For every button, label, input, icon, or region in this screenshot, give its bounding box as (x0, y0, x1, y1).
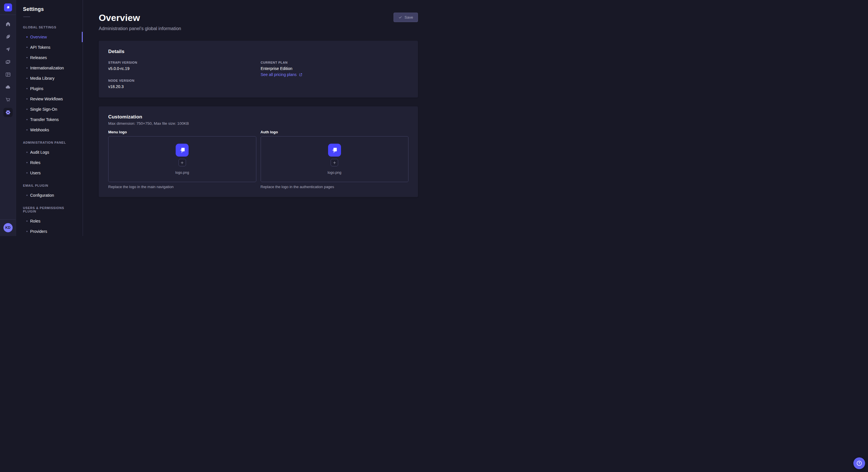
customization-constraints: Max dimension: 750×750, Max file size: 1… (108, 121, 408, 126)
bullet-dot-icon (26, 195, 28, 196)
menu-logo-preview (176, 144, 189, 157)
subnav-item-transfer-tokens[interactable]: Transfer Tokens (16, 114, 83, 125)
subnav-item-label: Webhooks (30, 128, 49, 132)
subnav-item-label: Media Library (30, 76, 55, 80)
subnav-item-label: Users (30, 171, 41, 175)
subnav-item-webhooks[interactable]: Webhooks (16, 125, 83, 135)
check-icon (398, 15, 402, 19)
home-icon[interactable] (3, 20, 12, 29)
media-library-icon[interactable] (3, 57, 12, 67)
bullet-dot-icon (26, 57, 28, 58)
menu-logo-filename: logo.png (175, 171, 189, 175)
content-type-builder-icon[interactable] (3, 70, 12, 79)
node-version-field: NODE VERSION v18.20.3 (108, 79, 256, 89)
subnav-section-label: GLOBAL SETTINGS (16, 24, 83, 31)
subnav-item-label: Audit Logs (30, 150, 49, 155)
subnav-divider (23, 16, 30, 17)
subnav-item-label: Configuration (30, 193, 54, 198)
strapi-version-field: STRAPI VERSION v5.0.0-rc.19 (108, 61, 256, 71)
subnav-item-label: Releases (30, 55, 47, 60)
bullet-dot-icon (26, 119, 28, 120)
save-button-label: Save (404, 15, 413, 20)
subnav-item-audit-logs[interactable]: Audit Logs (16, 147, 83, 158)
details-card-title: Details (108, 49, 408, 55)
subnav-item-review-workflows[interactable]: Review Workflows (16, 94, 83, 104)
settings-subnav: Settings GLOBAL SETTINGSOverviewAPI Toke… (16, 0, 83, 236)
menu-logo-dropzone[interactable]: logo.png (108, 136, 256, 182)
auth-logo-caption: Replace the logo in the authentication p… (260, 185, 409, 189)
subnav-item-label: Roles (30, 219, 40, 224)
content-manager-feather-icon[interactable] (3, 32, 12, 41)
subnav-item-overview[interactable]: Overview (16, 32, 83, 42)
subnav-item-label: Overview (30, 35, 47, 39)
menu-logo-upload: Menu logo (108, 130, 256, 189)
bullet-dot-icon (26, 47, 28, 48)
plus-icon (333, 161, 336, 165)
page-title: Overview (99, 12, 181, 23)
menu-logo-caption: Replace the logo in the main navigation (108, 185, 256, 189)
subnav-item-providers[interactable]: Providers (16, 226, 83, 236)
customization-card-title: Customization (108, 114, 408, 120)
strapi-glyph-icon (330, 146, 339, 155)
subnav-item-internationalization[interactable]: Internationalization (16, 63, 83, 73)
bullet-dot-icon (26, 172, 28, 173)
active-item-indicator (82, 32, 83, 42)
add-auth-logo-button[interactable] (331, 159, 338, 166)
rail-footer: KD (0, 220, 16, 236)
brand-area (0, 0, 16, 15)
subnav-section: EMAIL PLUGINConfiguration (16, 182, 83, 200)
plus-icon (180, 161, 184, 165)
subnav-section: USERS & PERMISSIONS PLUGINRolesProviders (16, 204, 83, 236)
bullet-dot-icon (26, 98, 28, 100)
subnav-item-roles[interactable]: Roles (16, 216, 83, 226)
subnav-section-label: USERS & PERMISSIONS PLUGIN (16, 204, 83, 215)
strapi-logo[interactable] (4, 3, 12, 11)
subnav-item-users[interactable]: Users (16, 168, 83, 178)
subnav-item-label: Plugins (30, 86, 43, 91)
bullet-dot-icon (26, 36, 28, 38)
bullet-dot-icon (26, 129, 28, 131)
bullet-dot-icon (26, 162, 28, 163)
add-menu-logo-button[interactable] (179, 159, 186, 166)
main-nav-rail: KD (0, 0, 16, 236)
rail-icon-list (3, 20, 12, 220)
subnav-item-label: Providers (30, 229, 47, 234)
save-button[interactable]: Save (394, 12, 418, 22)
bullet-dot-icon (26, 221, 28, 222)
subnav-section-label: EMAIL PLUGIN (16, 182, 83, 189)
subnav-item-releases[interactable]: Releases (16, 53, 83, 63)
main-content: Overview Administration panel’s global i… (83, 0, 434, 236)
subnav-item-label: Roles (30, 160, 40, 165)
subnav-section-label: ADMINISTRATION PANEL (16, 139, 83, 146)
bullet-dot-icon (26, 231, 28, 232)
auth-logo-upload: Auth logo (260, 130, 409, 189)
subnav-title: Settings (16, 6, 83, 12)
bullet-dot-icon (26, 152, 28, 153)
subnav-item-roles[interactable]: Roles (16, 158, 83, 168)
subnav-item-label: Single Sign-On (30, 107, 57, 111)
releases-paper-plane-icon[interactable] (3, 45, 12, 54)
subnav-section: ADMINISTRATION PANELAudit LogsRolesUsers (16, 139, 83, 178)
subnav-item-media-library[interactable]: Media Library (16, 73, 83, 83)
details-card: Details STRAPI VERSION v5.0.0-rc.19 NODE… (99, 41, 418, 98)
strapi-glyph-icon (5, 5, 10, 10)
subnav-item-label: Review Workflows (30, 97, 63, 101)
auth-logo-preview (328, 144, 341, 157)
subnav-item-label: Transfer Tokens (30, 117, 59, 122)
user-avatar[interactable]: KD (3, 223, 12, 232)
bullet-dot-icon (26, 109, 28, 110)
subnav-item-plugins[interactable]: Plugins (16, 83, 83, 94)
subnav-item-single-sign-on[interactable]: Single Sign-On (16, 104, 83, 114)
marketplace-cart-icon[interactable] (3, 95, 12, 104)
pricing-plans-link[interactable]: See all pricing plans (260, 72, 303, 77)
subnav-item-label: Internationalization (30, 66, 64, 70)
subnav-item-label: API Tokens (30, 45, 51, 49)
customization-card: Customization Max dimension: 750×750, Ma… (99, 106, 418, 197)
subnav-item-configuration[interactable]: Configuration (16, 190, 83, 200)
bullet-dot-icon (26, 67, 28, 69)
settings-gear-icon[interactable] (3, 108, 12, 117)
subnav-item-api-tokens[interactable]: API Tokens (16, 42, 83, 53)
cloud-icon[interactable] (3, 82, 12, 92)
auth-logo-dropzone[interactable]: logo.png (260, 136, 409, 182)
subnav-section: GLOBAL SETTINGSOverviewAPI TokensRelease… (16, 24, 83, 135)
